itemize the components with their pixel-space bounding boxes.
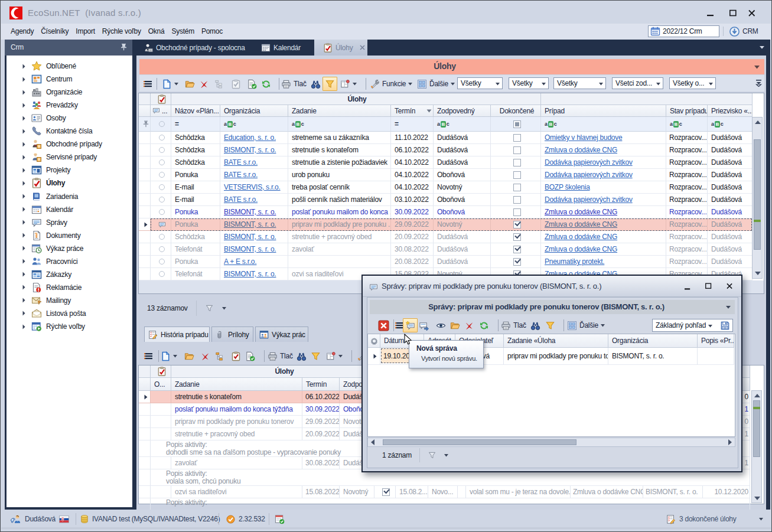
toolbar-print-button[interactable]: Tlač	[499, 318, 528, 332]
filter-org-cell[interactable]: aBc	[220, 117, 288, 132]
filter-zadanie-cell[interactable]: aBc	[288, 117, 391, 132]
toolbar-close-record-button[interactable]	[376, 318, 391, 332]
dialog-maximize-button[interactable]	[700, 280, 716, 292]
case-link[interactable]: Zmluva o dodávke CNG	[545, 146, 617, 154]
filter-combo-1[interactable]: Všetky	[509, 77, 549, 89]
organization-link[interactable]: BATE s.r.o.	[224, 158, 258, 167]
column-header-popis[interactable]: Popis «Pr...	[698, 334, 734, 348]
filter-pripad-cell[interactable]: aBc	[541, 117, 666, 132]
case-link[interactable]: Dodávka papierových zvitkov	[545, 171, 633, 179]
expand-arrow-icon[interactable]	[22, 64, 25, 69]
column-header-zadanie[interactable]: Zadanie	[171, 378, 302, 391]
menu-syst-m[interactable]: Systém	[168, 24, 198, 40]
history-row[interactable]: ozvi sa riaditeľovi15.08.2022Novotný15.0…	[139, 486, 750, 498]
toolbar-menu-button[interactable]	[142, 77, 154, 91]
organization-link[interactable]: BATE s.r.o.	[224, 195, 258, 204]
checkbox-filter-icon[interactable]	[513, 120, 521, 128]
sidebar-item-centrum[interactable]: Centrum	[6, 73, 132, 86]
equals-filter-icon[interactable]: =	[175, 120, 179, 128]
status-calendar-check[interactable]	[275, 514, 285, 524]
toolbar-layout-button[interactable]	[324, 349, 344, 363]
toolbar-delete-button[interactable]	[198, 349, 212, 363]
abc-filter-icon[interactable]: aBc	[224, 121, 236, 128]
toolbar-search-button[interactable]	[529, 318, 542, 332]
toolbar-refresh-button[interactable]	[259, 77, 273, 91]
abc-filter-icon[interactable]: aBc	[670, 121, 682, 128]
toolbar-open-button[interactable]	[183, 77, 197, 91]
toolbar-functions-button[interactable]: Funkcie	[368, 77, 414, 91]
expand-arrow-icon[interactable]	[22, 116, 25, 121]
case-link[interactable]: Dodávka papierových zvitkov	[545, 195, 633, 204]
dialog-titlebar[interactable]: Správy: priprav mi podklady pre ponuku t…	[363, 276, 741, 297]
expand-arrow-icon[interactable]	[22, 168, 25, 173]
equals-filter-icon[interactable]: =	[395, 120, 399, 128]
done-checkbox[interactable]	[513, 221, 521, 229]
task-row[interactable]: PonukaBATE s.r.o.urob ponuku04.10.2022Ob…	[139, 169, 753, 181]
tab-ulohy[interactable]: Úlohy	[314, 40, 367, 56]
toolbar-new-button[interactable]	[160, 77, 180, 91]
task-row[interactable]: PonukaBISMONT, s. r. o.poslať ponuku mai…	[139, 206, 753, 218]
column-header-zadanie[interactable]: Zadanie	[288, 105, 391, 117]
expand-arrow-icon[interactable]	[22, 220, 25, 225]
column-header-priez[interactable]: Priezvisko «...	[708, 105, 753, 117]
task-row[interactable]: E-mailVETSERVIS, s.r.o.treba poslať cenn…	[139, 181, 753, 194]
bottom-tab-v-kaz-pr-c[interactable]: Výkaz prác	[255, 327, 308, 342]
filter-combo-3[interactable]: Všetci zod...	[612, 77, 663, 89]
filter-nazov-cell[interactable]: =	[171, 117, 220, 132]
sidebar-item-organiz-cie[interactable]: Organizácie	[6, 86, 132, 99]
records-filter-dropdown-icon[interactable]	[222, 307, 226, 310]
task-row[interactable]: E-mailBATE s.r.o.pošli cenník našich mat…	[139, 194, 753, 206]
filter-combo-2[interactable]: Všetky	[553, 77, 606, 89]
status-tasks-dropdown[interactable]	[759, 514, 763, 524]
toolbar-delete-button[interactable]	[462, 318, 476, 332]
messages-grid-hscrollbar[interactable]	[367, 438, 735, 447]
filter-note-cell[interactable]	[151, 117, 171, 132]
case-link[interactable]: Dodávka papierových zvitkov	[545, 158, 633, 167]
records-filter-icon[interactable]	[205, 304, 214, 312]
toolbar-more-button[interactable]: Ďalšie	[565, 318, 607, 332]
toolbar-preview-button[interactable]	[434, 318, 448, 332]
tasks-grid-vscrollbar[interactable]	[752, 117, 763, 279]
expand-arrow-icon[interactable]	[22, 259, 25, 264]
toolbar-print-button[interactable]: Tlač	[266, 349, 295, 363]
expand-arrow-icon[interactable]	[22, 181, 25, 186]
toolbar-search-button[interactable]	[309, 77, 323, 91]
sidebar-item-zariadenia[interactable]: Zariadenia	[6, 190, 132, 203]
expand-arrow-icon[interactable]	[22, 129, 25, 134]
expand-arrow-icon[interactable]	[22, 324, 25, 329]
task-row[interactable]: SchôdzkaBISMONT, s. r. o.stretnutie s ko…	[139, 144, 753, 156]
abc-filter-icon[interactable]: aBc	[292, 121, 304, 128]
expand-arrow-icon[interactable]	[22, 77, 25, 82]
sidebar-item-r-chle-vo-by[interactable]: Rýchle voľby	[6, 320, 132, 333]
done-checkbox[interactable]	[513, 196, 521, 204]
menu--seln-ky[interactable]: Číselníky	[37, 24, 72, 40]
expand-arrow-icon[interactable]	[22, 90, 25, 95]
toolbar-menu-button[interactable]	[142, 349, 154, 363]
toolbar-print-button[interactable]: Tlač	[279, 77, 308, 91]
column-header-nazov[interactable]: Názov «Plán...	[171, 105, 220, 117]
toolbar-overflow-icon[interactable]	[755, 80, 762, 87]
minimize-button[interactable]	[702, 7, 719, 20]
done-checkbox[interactable]	[513, 258, 521, 266]
case-link[interactable]: Omietky v hlavnej budove	[545, 133, 622, 142]
menu-import[interactable]: Import	[72, 24, 99, 40]
toolbar-filter-button[interactable]	[543, 318, 557, 332]
column-header-stav[interactable]: Stav prípadu	[666, 105, 708, 117]
tab-close-icon[interactable]	[360, 45, 365, 50]
column-header-note[interactable]: ...	[151, 105, 171, 117]
toolbar-filter-button[interactable]	[323, 77, 337, 91]
case-link[interactable]: Zmluva o dodávke CNG	[545, 245, 617, 253]
sidebar-item-kalend-r[interactable]: Kalendár	[6, 203, 132, 216]
sidebar-item-pracovn-ci[interactable]: Pracovníci	[6, 255, 132, 268]
history-grid-vscrollbar[interactable]	[751, 390, 762, 503]
expand-arrow-icon[interactable]	[22, 311, 25, 316]
toolbar-confirm-button[interactable]	[245, 77, 259, 91]
sidebar-item-v-kaz-pr-ce[interactable]: Výkaz práce	[6, 242, 132, 255]
sidebar-item-prev-dzky[interactable]: Prevádzky	[6, 99, 132, 112]
filter-combo-4[interactable]: Všetky o...	[669, 77, 716, 89]
document-header-dropdown-icon[interactable]	[754, 66, 760, 69]
sidebar-item-mailingy[interactable]: Mailingy	[6, 294, 132, 307]
expand-arrow-icon[interactable]	[22, 155, 25, 160]
organization-link[interactable]: BISMONT, s. r. o.	[224, 245, 276, 253]
filter-dokon-cell[interactable]	[491, 117, 541, 132]
